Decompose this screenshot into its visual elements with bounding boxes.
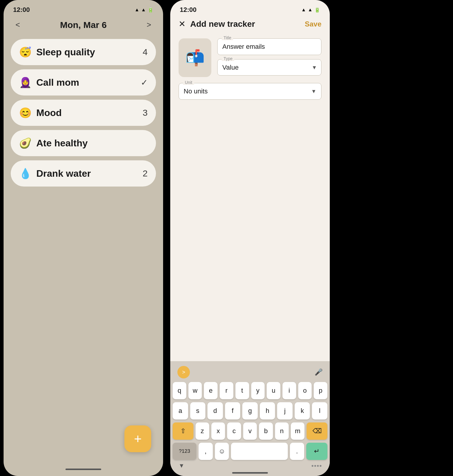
unit-select-button[interactable]: No units ▼ — [179, 83, 321, 99]
tracker-item[interactable]: 😴 Sleep quality 4 — [11, 39, 156, 65]
key-j[interactable]: j — [277, 402, 293, 419]
signal-icon: ▲ — [141, 7, 146, 12]
left-status-bar: 12:00 ▲ ▲ 🔋 — [4, 0, 163, 17]
key-y[interactable]: y — [251, 382, 265, 399]
tracker-item[interactable]: 💧 Drank water 2 — [11, 160, 156, 187]
title-input[interactable] — [218, 39, 321, 55]
tracker-item[interactable]: 😊 Mood 3 — [11, 100, 156, 126]
date-header: < Mon, Mar 6 > — [4, 17, 163, 37]
type-select[interactable]: Value Check Text — [218, 60, 321, 75]
current-date: Mon, Mar 6 — [60, 20, 107, 30]
tracker-name-sleep: Sleep quality — [36, 47, 95, 58]
key-m[interactable]: m — [291, 422, 304, 440]
key-e[interactable]: e — [204, 382, 218, 399]
key-n[interactable]: n — [275, 422, 289, 440]
tracker-list: 😴 Sleep quality 4 🧕 Call mom ✓ 😊 Mood 3 … — [4, 37, 163, 189]
right-status-bar: 12:00 ▲ ▲ 🔋 — [170, 0, 330, 17]
home-indicator — [232, 472, 268, 474]
key-i[interactable]: i — [282, 382, 296, 399]
battery-icon: 🔋 — [148, 7, 154, 13]
close-button[interactable]: ✕ — [179, 19, 185, 29]
tracker-emoji-sleep: 😴 — [19, 46, 32, 58]
key-w[interactable]: w — [188, 382, 202, 399]
keyboard-expand-button[interactable]: > — [177, 366, 190, 378]
key-p[interactable]: p — [314, 382, 327, 399]
keyboard: > 🎤 q w e r t y u i o p a s d — [170, 361, 330, 476]
tracker-value-drankwater: 2 — [143, 168, 148, 178]
type-field-group: Type Value Check Text ▼ — [217, 59, 321, 76]
tracker-name-mood: Mood — [36, 107, 62, 118]
title-label: Title — [222, 35, 233, 40]
unit-value: No units — [184, 87, 311, 95]
emoji-picker-button[interactable]: 📬 — [179, 38, 211, 77]
key-q[interactable]: q — [173, 382, 186, 399]
comma-key[interactable]: , — [199, 443, 213, 460]
key-h[interactable]: h — [260, 402, 275, 419]
type-label: Type — [222, 56, 234, 61]
keyboard-mic-button[interactable]: 🎤 — [315, 368, 323, 376]
tracker-emoji-mood: 😊 — [19, 107, 32, 119]
key-u[interactable]: u — [267, 382, 280, 399]
tracker-name-drankwater: Drank water — [36, 168, 91, 179]
keyboard-row-4: ?123 , ☺ . ↵ — [173, 443, 327, 460]
tracker-item[interactable]: 🧕 Call mom ✓ — [11, 69, 156, 95]
left-time: 12:00 — [13, 6, 30, 14]
key-t[interactable]: t — [235, 382, 249, 399]
key-c[interactable]: c — [227, 422, 241, 440]
selected-emoji: 📬 — [185, 49, 205, 67]
add-tracker-header: ✕ Add new tracker Save — [170, 17, 330, 34]
save-button[interactable]: Save — [305, 20, 321, 28]
key-z[interactable]: z — [196, 422, 209, 440]
keyboard-toolbar: > 🎤 — [173, 365, 327, 382]
signal-icon: ▲ — [308, 7, 313, 12]
key-v[interactable]: v — [243, 422, 257, 440]
backspace-icon: ⌫ — [313, 427, 322, 435]
key-r[interactable]: r — [220, 382, 233, 399]
key-o[interactable]: o — [298, 382, 312, 399]
backspace-key[interactable]: ⌫ — [307, 422, 327, 440]
next-date-button[interactable]: > — [144, 19, 154, 31]
right-time: 12:00 — [180, 6, 196, 14]
tracker-check-callmom: ✓ — [141, 78, 148, 87]
expand-icon: > — [182, 369, 185, 375]
key-x[interactable]: x — [211, 422, 225, 440]
keyboard-collapse-button[interactable]: ▼ — [179, 462, 185, 469]
tracker-emoji-callmom: 🧕 — [19, 76, 32, 88]
numbers-label: ?123 — [179, 448, 190, 454]
unit-field-group: Unit No units ▼ — [179, 83, 321, 100]
key-g[interactable]: g — [242, 402, 258, 419]
key-s[interactable]: s — [190, 402, 206, 419]
space-key[interactable] — [231, 443, 288, 460]
key-b[interactable]: b — [259, 422, 273, 440]
title-field-group: Title — [217, 38, 321, 55]
right-phone: 12:00 ▲ ▲ 🔋 ✕ Add new tracker Save 📬 Tit… — [170, 0, 330, 476]
home-indicator — [65, 469, 101, 470]
add-tracker-button[interactable]: + — [124, 425, 151, 452]
keyboard-row-1: q w e r t y u i o p — [173, 382, 327, 399]
add-tracker-form: 📬 Title Type Value Check Text ▼ — [170, 34, 330, 104]
enter-icon: ↵ — [314, 447, 319, 455]
key-f[interactable]: f — [225, 402, 240, 419]
right-status-icons: ▲ ▲ 🔋 — [301, 7, 320, 13]
form-top-row: 📬 Title Type Value Check Text ▼ — [179, 38, 321, 77]
left-phone: 12:00 ▲ ▲ 🔋 < Mon, Mar 6 > 😴 Sleep quali… — [4, 0, 163, 476]
key-a[interactable]: a — [173, 402, 188, 419]
emoji-key[interactable]: ☺ — [215, 443, 229, 460]
keyboard-rows: q w e r t y u i o p a s d f g h j k — [173, 382, 327, 460]
numbers-key[interactable]: ?123 — [173, 443, 196, 460]
wifi-icon: ▲ — [135, 7, 139, 12]
form-fields: Title Type Value Check Text ▼ — [217, 38, 321, 77]
prev-date-button[interactable]: < — [13, 19, 22, 31]
key-k[interactable]: k — [295, 402, 310, 419]
wifi-icon: ▲ — [301, 7, 306, 12]
key-d[interactable]: d — [207, 402, 223, 419]
unit-select-arrow: ▼ — [311, 88, 316, 95]
tracker-value-sleep: 4 — [143, 47, 148, 57]
left-status-icons: ▲ ▲ 🔋 — [135, 7, 154, 13]
enter-key[interactable]: ↵ — [306, 443, 327, 460]
tracker-item[interactable]: 🥑 Ate healthy — [11, 130, 156, 156]
key-l[interactable]: l — [312, 402, 327, 419]
period-key[interactable]: . — [290, 443, 304, 460]
shift-key[interactable]: ⇧ — [173, 422, 193, 440]
keyboard-row-2: a s d f g h j k l — [173, 402, 327, 419]
